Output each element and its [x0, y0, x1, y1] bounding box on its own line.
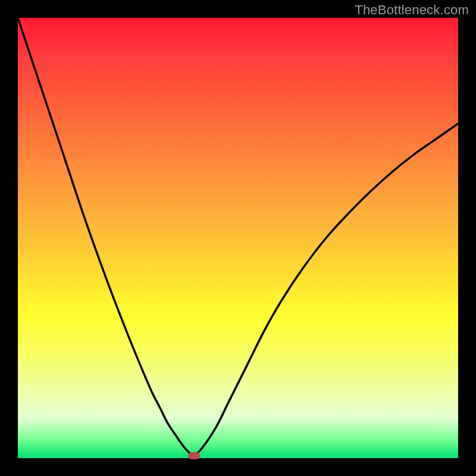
- curve-svg: [18, 18, 458, 458]
- bottleneck-curve: [18, 18, 458, 456]
- optimum-marker: [188, 452, 200, 459]
- watermark-text: TheBottleneck.com: [355, 2, 469, 18]
- plot-area: [18, 18, 458, 458]
- chart-frame: TheBottleneck.com: [0, 0, 476, 476]
